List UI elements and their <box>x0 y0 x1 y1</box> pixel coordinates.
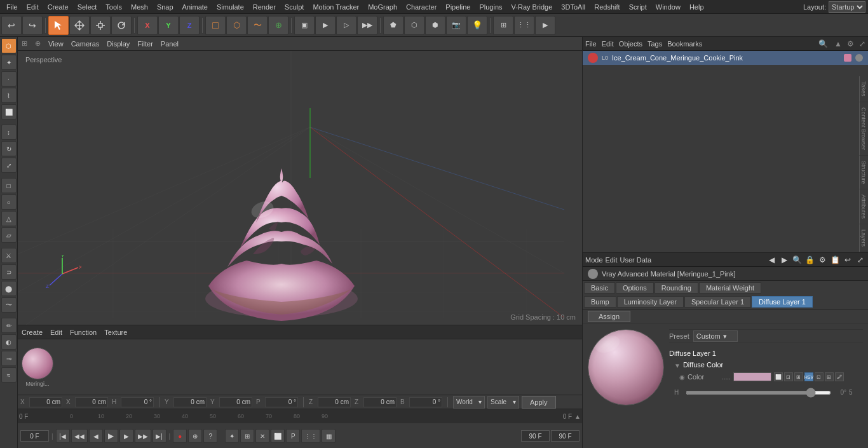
z-size-input[interactable] <box>363 397 397 407</box>
frame-end-icon[interactable]: ▲ <box>574 413 581 420</box>
lt-plane[interactable]: ▱ <box>1 227 17 243</box>
material-thumbnail[interactable] <box>22 348 53 379</box>
render-full-button[interactable]: ▶▶ <box>357 16 377 35</box>
tl-prev-key[interactable]: ◀◀ <box>71 429 88 443</box>
tl-prev-frame[interactable]: ◀ <box>89 429 103 443</box>
mat-menu-create[interactable]: Create <box>22 329 43 336</box>
tl-options[interactable]: ⋮⋮ <box>301 429 320 443</box>
om-icons-row[interactable]: ⚙ <box>847 39 854 48</box>
tl-timeline-toggle[interactable]: ▦ <box>322 429 336 443</box>
lt-brush[interactable]: ✏ <box>1 318 17 333</box>
tl-frame-end[interactable]: ▶| <box>153 429 166 443</box>
obj-item-meringue[interactable]: L0 Ice_Cream_Cone_Meringue_Cookie_Pink <box>583 51 868 65</box>
viewport-canvas[interactable]: Perspective <box>18 51 582 325</box>
mp-lock-icon[interactable]: 🔒 <box>804 255 815 265</box>
lt-magnet[interactable]: ⊃ <box>1 264 17 280</box>
side-tab-takes[interactable]: Takes <box>859 76 868 102</box>
tab-rounding[interactable]: Rounding <box>654 282 698 294</box>
color-copy-icon[interactable]: ⊡ <box>815 372 824 381</box>
mp-refresh-icon[interactable]: ↩ <box>843 255 853 265</box>
mat-menu-texture[interactable]: Texture <box>104 329 127 336</box>
tl-play[interactable]: ▶ <box>104 429 118 443</box>
light-button[interactable]: 💡 <box>467 16 487 35</box>
menu-simulate[interactable]: Simulate <box>213 2 248 12</box>
mat-menu-function[interactable]: Function <box>70 329 97 336</box>
lt-obj-mode[interactable]: ⬡ <box>1 38 17 53</box>
z-pos-input[interactable] <box>318 397 351 407</box>
om-menu-objects[interactable]: Objects <box>619 40 642 48</box>
lt-sculpt[interactable]: ◐ <box>1 334 17 350</box>
tab-bump[interactable]: Bump <box>584 296 616 308</box>
h-slider[interactable] <box>686 391 831 395</box>
lt-sphere[interactable]: ○ <box>1 194 17 210</box>
undo-button[interactable]: ↩ <box>1 16 22 35</box>
lt-paint[interactable]: ⬤ <box>1 281 17 296</box>
tl-clip-mode[interactable]: ⬜ <box>271 429 285 443</box>
tab-material-weight[interactable]: Material Weight <box>699 282 761 294</box>
lt-rotate[interactable]: ↻ <box>1 141 17 156</box>
x-size-input[interactable] <box>75 397 108 407</box>
lt-edit-mode[interactable]: ✦ <box>1 55 17 70</box>
side-tab-content[interactable]: Content Browser <box>859 102 868 156</box>
tl-frame-start[interactable]: |◀ <box>56 429 70 443</box>
lt-move[interactable]: ↕ <box>1 125 17 140</box>
shading-button[interactable]: ⬡ <box>404 16 424 35</box>
tab-basic[interactable]: Basic <box>584 282 615 294</box>
tl-next-key[interactable]: ▶▶ <box>135 429 151 443</box>
tab-diffuse[interactable]: Diffuse Layer 1 <box>752 296 813 308</box>
tl-record[interactable]: ● <box>173 429 187 443</box>
current-frame-input[interactable] <box>20 430 49 442</box>
mp-nav-back[interactable]: ◀ <box>766 255 776 265</box>
mp-menu-mode[interactable]: Mode <box>585 256 603 264</box>
side-tab-structure[interactable]: Structure <box>859 156 868 190</box>
lt-scale[interactable]: ⤢ <box>1 158 17 173</box>
preset-dropdown[interactable]: Custom ▾ <box>693 330 738 342</box>
tl-next-frame[interactable]: ▶ <box>119 429 133 443</box>
generator-button[interactable]: ⊕ <box>268 16 288 35</box>
camera-button[interactable]: 📷 <box>446 16 466 35</box>
vp-menu-cameras[interactable]: Cameras <box>71 40 100 48</box>
menu-character[interactable]: Character <box>402 2 440 12</box>
lt-smear[interactable]: ⊸ <box>1 351 17 366</box>
menu-window[interactable]: Window <box>652 2 684 12</box>
mp-menu-userdata[interactable]: User Data <box>620 256 652 264</box>
texture-button[interactable]: ⬢ <box>425 16 445 35</box>
menu-file[interactable]: File <box>3 2 22 12</box>
vp-menu-view[interactable]: View <box>48 40 64 48</box>
tl-motion[interactable]: P <box>286 429 300 443</box>
tl-add-key[interactable]: ✦ <box>225 429 239 443</box>
tl-key-sel[interactable]: ? <box>203 429 217 443</box>
tab-specular[interactable]: Specular Layer 1 <box>684 296 751 308</box>
lt-box[interactable]: □ <box>1 178 17 193</box>
scale-dropdown[interactable]: Scale ▾ <box>487 396 519 409</box>
om-search-icon[interactable]: 🔍 <box>818 39 828 48</box>
tl-del-key[interactable]: ✕ <box>255 429 269 443</box>
lt-edge-mode[interactable]: ⌇ <box>1 88 17 103</box>
vp-menu-filter[interactable]: Filter <box>137 40 153 48</box>
lt-point-mode[interactable]: · <box>1 71 17 86</box>
mat-menu-edit[interactable]: Edit <box>50 329 62 336</box>
grid-button[interactable]: ⋮⋮ <box>514 16 534 35</box>
om-menu-edit[interactable]: Edit <box>602 40 614 48</box>
y-size-input[interactable] <box>219 397 252 407</box>
color-dropper-icon[interactable]: 🖉 <box>835 372 844 381</box>
lt-cone[interactable]: △ <box>1 211 17 226</box>
side-tab-attributes[interactable]: Attributes <box>859 189 868 224</box>
hsv-button[interactable]: HSV <box>804 372 813 381</box>
b-rot-input[interactable] <box>409 397 442 407</box>
menu-sculpt[interactable]: Sculpt <box>281 2 308 12</box>
menu-tools[interactable]: Tools <box>102 2 126 12</box>
vp-expand-icon[interactable]: ⊞ <box>22 39 27 48</box>
frame-start-value[interactable] <box>551 430 580 442</box>
render-settings-button[interactable]: ▷ <box>336 16 356 35</box>
menu-mesh[interactable]: Mesh <box>127 2 152 12</box>
playback-button[interactable]: ▶ <box>535 16 555 35</box>
redo-button[interactable]: ↪ <box>22 16 43 35</box>
polygon-obj-button[interactable]: ⬡ <box>226 16 247 35</box>
om-menu-bookmarks[interactable]: Bookmarks <box>667 40 702 48</box>
menu-select[interactable]: Select <box>74 2 101 12</box>
color-tex-icon[interactable]: ⊞ <box>794 372 803 381</box>
vp-menu-panel[interactable]: Panel <box>161 40 179 48</box>
menu-help[interactable]: Help <box>686 2 708 12</box>
om-menu-tags[interactable]: Tags <box>648 40 662 48</box>
